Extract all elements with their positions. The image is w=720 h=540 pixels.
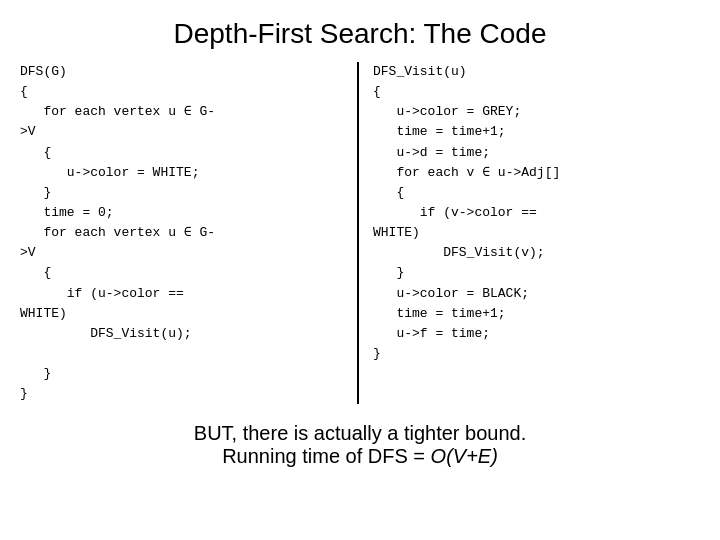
footer-line1: BUT, there is actually a tighter bound. — [194, 422, 526, 445]
page-title: Depth-First Search: The Code — [174, 18, 547, 50]
footer-line2-italic: O(V+E) — [431, 445, 498, 467]
left-code: DFS(G) { for each vertex u ∈ G- >V { u->… — [20, 62, 357, 404]
right-code: DFS_Visit(u) { u->color = GREY; time = t… — [357, 62, 700, 404]
code-area: DFS(G) { for each vertex u ∈ G- >V { u->… — [20, 62, 700, 404]
footer: BUT, there is actually a tighter bound. … — [194, 422, 526, 468]
footer-line2-prefix: Running time of DFS = — [222, 445, 430, 467]
footer-line2: Running time of DFS = O(V+E) — [194, 445, 526, 468]
